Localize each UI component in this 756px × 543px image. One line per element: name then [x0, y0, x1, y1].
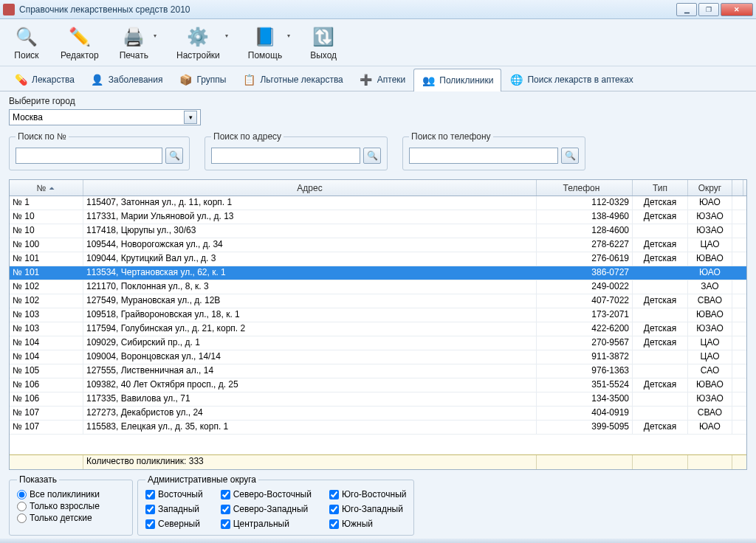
toolbar-print[interactable]: 🖨️ Печать [117, 24, 151, 62]
search-number-input[interactable] [16, 148, 162, 164]
cell-number: № 101 [10, 252, 83, 266]
cell-district: ЗАО [688, 280, 732, 294]
editor-icon: ✏️ [66, 25, 93, 49]
settings-dropdown-arrow[interactable]: ▾ [223, 24, 230, 47]
search-phone-input[interactable] [409, 148, 558, 164]
tab-3[interactable]: 📋Льготные лекарства [234, 68, 351, 91]
search-address-button[interactable]: 🔍 [363, 148, 381, 164]
column-number[interactable]: № [10, 180, 83, 196]
restore-button[interactable]: ❐ [698, 3, 719, 16]
column-type[interactable]: Тип [633, 180, 688, 196]
district-check[interactable]: Юго-Восточный [329, 489, 407, 499]
cell-type [633, 308, 688, 322]
tab-label: Лекарства [32, 75, 75, 85]
search-number-button[interactable]: 🔍 [165, 148, 183, 164]
table-row[interactable]: № 106109382, 40 Лет Октября просп., д. 2… [10, 378, 746, 392]
toolbar-settings-label: Настройки [176, 50, 220, 60]
district-check[interactable]: Восточный [145, 489, 203, 499]
cell-phone: 173-2071 [537, 308, 633, 322]
search-phone-button[interactable]: 🔍 [561, 148, 579, 164]
cell-district: ЮАО [688, 421, 732, 434]
help-icon: 📘 [252, 25, 278, 49]
district-check[interactable]: Центральный [221, 519, 312, 529]
column-spacer [732, 180, 743, 196]
tab-0[interactable]: 💊Лекарства [6, 68, 83, 91]
cell-address: 113534, Чертановская ул., 62, к. 1 [83, 266, 537, 280]
cell-phone: 278-6227 [537, 238, 633, 252]
district-check[interactable]: Южный [329, 519, 407, 529]
cell-phone: 276-0619 [537, 252, 633, 266]
table-row[interactable]: № 103117594, Голубинская ул., д. 21, кор… [10, 322, 746, 336]
toolbar-editor[interactable]: ✏️ Редактор [58, 24, 102, 62]
column-district[interactable]: Округ [688, 180, 732, 196]
cell-number: № 10 [10, 224, 83, 238]
tab-5[interactable]: 👥Поликлиники [413, 69, 501, 91]
table-row[interactable]: № 106117335, Вавилова ул., 71134-3500ЮЗА… [10, 392, 746, 407]
toolbar-help-label: Помощь [248, 50, 282, 60]
close-button[interactable]: ✕ [721, 3, 753, 16]
district-check[interactable]: Северный [145, 519, 203, 529]
district-check[interactable]: Северо-Западный [221, 504, 312, 514]
cell-phone: 134-3500 [537, 392, 633, 406]
column-phone[interactable]: Телефон [537, 180, 633, 196]
cell-number: № 107 [10, 407, 83, 420]
city-select[interactable]: Москва ▾ [9, 109, 201, 125]
table-row[interactable]: № 107115583, Елецкая ул., д. 35, корп. 1… [10, 421, 746, 435]
cell-phone: 386-0727 [537, 266, 633, 280]
district-check[interactable]: Юго-Западный [329, 504, 407, 514]
column-address[interactable]: Адрес [83, 180, 537, 196]
table-row[interactable]: № 103109518, Грайвороновская ул., 18, к.… [10, 308, 746, 322]
table-row[interactable]: № 102127549, Мурановская ул., д. 12В407-… [10, 294, 746, 308]
tab-icon: 👤 [91, 73, 104, 86]
chevron-down-icon[interactable]: ▾ [184, 111, 197, 124]
toolbar-help[interactable]: 📘 Помощь [245, 24, 285, 62]
table-row[interactable]: № 101109044, Крутицкий Вал ул., д. 3276-… [10, 252, 746, 266]
cell-address: 121170, Поклонная ул., 8, к. 3 [83, 280, 537, 294]
tab-icon: 👥 [422, 74, 435, 87]
cell-district: ЮАО [688, 266, 732, 280]
table-row[interactable]: № 102121170, Поклонная ул., 8, к. 3249-0… [10, 280, 746, 294]
app-icon [3, 4, 15, 15]
radio-child[interactable]: Только детские [17, 513, 125, 523]
table-row[interactable]: № 107127273, Декабристов ул., 24404-0919… [10, 407, 746, 421]
cell-address: 115407, Затонная ул., д. 11, корп. 1 [83, 196, 537, 210]
radio-adult[interactable]: Только взрослые [17, 501, 125, 511]
tab-label: Поиск лекарств в аптеках [527, 75, 633, 85]
print-dropdown-arrow[interactable]: ▾ [151, 24, 159, 47]
minimize-button[interactable]: ▁ [676, 3, 697, 16]
district-check[interactable]: Западный [145, 504, 203, 514]
tab-1[interactable]: 👤Заболевания [83, 68, 171, 91]
table-row[interactable]: № 1115407, Затонная ул., д. 11, корп. 11… [10, 196, 746, 210]
table-row[interactable]: № 10117418, Цюрупы ул., 30/63128-4600ЮЗА… [10, 224, 746, 238]
cell-district: ЮВАО [688, 378, 732, 392]
cell-address: 115583, Елецкая ул., д. 35, корп. 1 [83, 421, 537, 434]
cell-number: № 102 [10, 280, 83, 294]
table-row[interactable]: № 100109544, Новорогожская ул., д. 34278… [10, 238, 746, 252]
table-row[interactable]: № 104109029, Сибирский пр., д. 1270-9567… [10, 336, 746, 350]
search-address-label: Поиск по адресу [211, 131, 284, 142]
cell-type [633, 392, 688, 406]
district-check[interactable]: Северо-Восточный [221, 489, 312, 499]
table-row[interactable]: № 104109004, Воронцовская ул., 14/14911-… [10, 350, 746, 364]
grid-body[interactable]: № 1115407, Затонная ул., д. 11, корп. 11… [10, 196, 746, 454]
toolbar-exit[interactable]: 🔃 Выход [307, 24, 340, 62]
radio-all[interactable]: Все поликлиники [17, 489, 125, 499]
toolbar-exit-label: Выход [310, 50, 337, 60]
tab-2[interactable]: 📦Группы [171, 68, 234, 91]
toolbar-search[interactable]: 🔍 Поиск [10, 24, 43, 62]
toolbar-settings[interactable]: ⚙️ Настройки [173, 24, 223, 62]
cell-address: 109029, Сибирский пр., д. 1 [83, 336, 537, 350]
cell-type: Детская [633, 322, 688, 336]
table-row[interactable]: № 10117331, Марии Ульяновой ул., д. 1313… [10, 210, 746, 224]
tab-4[interactable]: ➕Аптеки [351, 68, 414, 91]
help-dropdown-arrow[interactable]: ▾ [285, 24, 292, 47]
tab-6[interactable]: 🌐Поиск лекарств в аптеках [501, 68, 641, 91]
table-row[interactable]: № 101113534, Чертановская ул., 62, к. 13… [10, 266, 746, 280]
table-row[interactable]: № 105127555, Лиственничная ал., 14976-13… [10, 364, 746, 378]
cell-phone: 422-6200 [537, 322, 633, 336]
cell-number: № 103 [10, 322, 83, 336]
cell-type [633, 364, 688, 378]
search-address-input[interactable] [211, 148, 360, 164]
search-number-label: Поиск по № [16, 131, 69, 142]
cell-type: Детская [633, 378, 688, 392]
